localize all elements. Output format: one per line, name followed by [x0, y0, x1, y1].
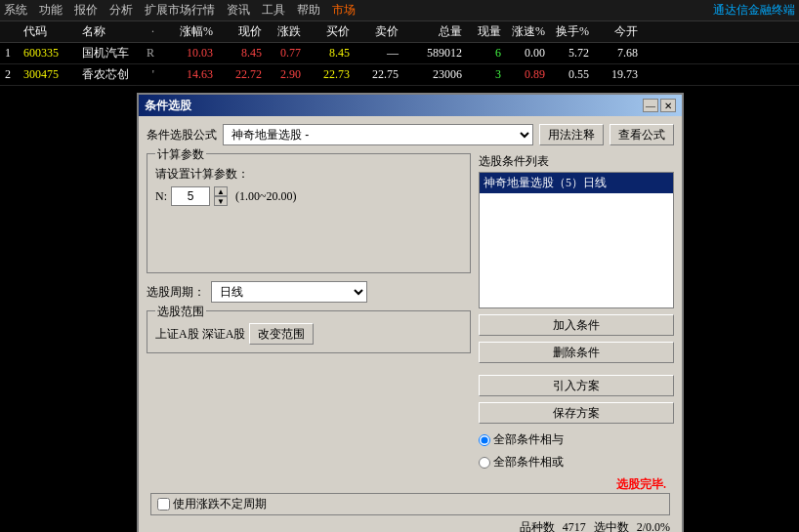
- n-increment[interactable]: ▲: [214, 186, 228, 196]
- radio-and[interactable]: [479, 434, 490, 446]
- menu-help[interactable]: 帮助: [297, 2, 320, 19]
- radio-and-label[interactable]: 全部条件相与: [479, 431, 564, 448]
- params-group: 计算参数 请设置计算参数： N: ▲ ▼ (1.00~20.00): [147, 153, 471, 273]
- scope-group: 选股范围 上证A股 深证A股 改变范围: [147, 310, 471, 353]
- menu-system[interactable]: 系统: [4, 2, 27, 19]
- table-row[interactable]: 1 600335 国机汽车 R 10.03 8.45 0.77 8.45 — 5…: [0, 43, 799, 64]
- row1-code: 600335: [20, 46, 78, 61]
- stats-label1: 品种数: [520, 519, 555, 532]
- save-btn[interactable]: 保存方案: [479, 402, 674, 424]
- use-period-row: 使用涨跌不定周期: [150, 493, 670, 515]
- menu-market[interactable]: 市场: [332, 2, 356, 19]
- row1-buy: 8.45: [305, 46, 354, 61]
- add-condition-btn[interactable]: 加入条件: [479, 314, 674, 336]
- period-select[interactable]: 日线: [211, 281, 367, 303]
- formula-select[interactable]: 神奇地量选股 -: [223, 124, 533, 145]
- dialog-title: 条件选股: [145, 98, 641, 114]
- dialog-close-btn[interactable]: ✕: [660, 99, 676, 112]
- scope-group-label: 选股范围: [155, 304, 206, 320]
- condition-item[interactable]: 神奇地量选股（5）日线: [480, 173, 673, 193]
- import-save-btns: 引入方案 保存方案: [479, 375, 674, 424]
- n-row: N: ▲ ▼ (1.00~20.00): [155, 186, 462, 206]
- row1-chg: 0.77: [266, 46, 305, 61]
- view-formula-btn[interactable]: 查看公式: [610, 124, 674, 145]
- col-header-code: 代码: [20, 23, 78, 40]
- row2-curr: 3: [466, 67, 505, 82]
- use-period-chk[interactable]: [157, 498, 170, 511]
- stats-val2: 2/0.0%: [637, 520, 670, 532]
- radio-or-label[interactable]: 全部条件相或: [479, 454, 564, 471]
- params-group-label: 计算参数: [155, 146, 206, 163]
- row2-total: 23006: [402, 67, 466, 82]
- radio-and-text: 全部条件相与: [493, 431, 564, 448]
- left-panel: 计算参数 请设置计算参数： N: ▲ ▼ (1.00~20.00): [147, 153, 471, 493]
- row2-dot: ': [147, 67, 158, 82]
- dialog-minimize-btn[interactable]: —: [643, 99, 658, 112]
- row1-hsh: 5.72: [549, 46, 593, 61]
- col-header-sell: 卖价: [354, 23, 402, 40]
- table-row[interactable]: 2 300475 香农芯创 ' 14.63 22.72 2.90 22.73 2…: [0, 64, 799, 86]
- row2-name: 香农芯创: [78, 66, 147, 83]
- period-row: 选股周期： 日线: [147, 281, 471, 303]
- n-input[interactable]: [171, 186, 210, 206]
- radio-row2: 全部条件相或: [479, 454, 674, 471]
- col-header-dot: ·: [147, 24, 158, 39]
- row2-buy: 22.73: [305, 67, 354, 82]
- row1-price: 8.45: [217, 46, 266, 61]
- dialog-body: 条件选股公式 神奇地量选股 - 用法注释 查看公式 计算参数 请设置计算参数： …: [139, 116, 682, 532]
- row1-open: 7.68: [593, 46, 642, 61]
- scope-row: 上证A股 深证A股 改变范围: [155, 323, 462, 345]
- right-panel: 选股条件列表 神奇地量选股（5）日线 加入条件 删除条件 引入方案 保存方案: [479, 153, 674, 493]
- table-header: 代码 名称 · 涨幅% 现价 涨跌 买价 卖价 总量 现量 涨速% 换手% 今开: [0, 21, 799, 43]
- menu-quote[interactable]: 报价: [74, 2, 98, 19]
- radio-or-text: 全部条件相或: [493, 454, 564, 471]
- menu-function[interactable]: 功能: [39, 2, 63, 19]
- stats-val1: 4717: [563, 520, 586, 532]
- col-header-curr: 现量: [466, 23, 505, 40]
- condition-list[interactable]: 神奇地量选股（5）日线: [479, 172, 674, 308]
- col-header-open: 今开: [593, 23, 642, 40]
- row2-sell: 22.75: [354, 67, 402, 82]
- condition-dialog: 条件选股 — ✕ 条件选股公式 神奇地量选股 - 用法注释 查看公式 计算参数 …: [137, 93, 684, 532]
- use-period-chk-label[interactable]: 使用涨跌不定周期: [157, 496, 267, 512]
- col-header-name: 名称: [78, 23, 147, 40]
- help-btn[interactable]: 用法注释: [539, 124, 604, 145]
- col-header-hsh: 换手%: [549, 23, 593, 40]
- status-text: 选股完毕.: [479, 476, 666, 493]
- dialog-main: 计算参数 请设置计算参数： N: ▲ ▼ (1.00~20.00): [147, 153, 674, 493]
- row1-total: 589012: [402, 46, 466, 61]
- menu-tools[interactable]: 工具: [262, 2, 285, 19]
- row1-sell: —: [354, 46, 402, 61]
- scope-text: 上证A股 深证A股: [155, 326, 245, 343]
- menu-extended[interactable]: 扩展市场行情: [145, 2, 215, 19]
- row2-index: 2: [0, 67, 20, 82]
- radio-or[interactable]: [479, 457, 490, 469]
- row1-pct: 10.03: [158, 46, 217, 61]
- import-btn[interactable]: 引入方案: [479, 375, 674, 396]
- row2-pct: 14.63: [158, 67, 217, 82]
- bottom-section: 使用涨跌不定周期 品种数 4717 选中数 2/0.0% 前复权数据 删除当前未…: [147, 493, 674, 532]
- col-header-spd: 涨速%: [505, 23, 549, 40]
- change-scope-btn[interactable]: 改变范围: [249, 323, 314, 345]
- brand-text: 通达信金融终端: [713, 2, 795, 19]
- params-desc: 请设置计算参数：: [155, 166, 462, 183]
- n-decrement[interactable]: ▼: [214, 196, 228, 206]
- formula-row: 条件选股公式 神奇地量选股 - 用法注释 查看公式: [147, 124, 674, 145]
- row2-hsh: 0.55: [549, 67, 593, 82]
- row2-chg: 2.90: [266, 67, 305, 82]
- action-btns: 加入条件 删除条件: [479, 314, 674, 363]
- row2-price: 22.72: [217, 67, 266, 82]
- col-header-chg: 涨跌: [266, 23, 305, 40]
- menu-news[interactable]: 资讯: [227, 2, 250, 19]
- row2-spd: 0.89: [505, 67, 549, 82]
- delete-condition-btn[interactable]: 删除条件: [479, 342, 674, 363]
- period-label: 选股周期：: [147, 284, 205, 301]
- n-spinner: ▲ ▼: [214, 186, 228, 206]
- radio-row: 全部条件相与: [479, 431, 674, 448]
- row2-code: 300475: [20, 67, 78, 82]
- condition-list-label: 选股条件列表: [479, 153, 674, 170]
- col-header-total: 总量: [402, 23, 466, 40]
- row1-name: 国机汽车: [78, 45, 147, 61]
- menu-analysis[interactable]: 分析: [109, 2, 133, 19]
- stats-label2: 选中数: [594, 519, 629, 532]
